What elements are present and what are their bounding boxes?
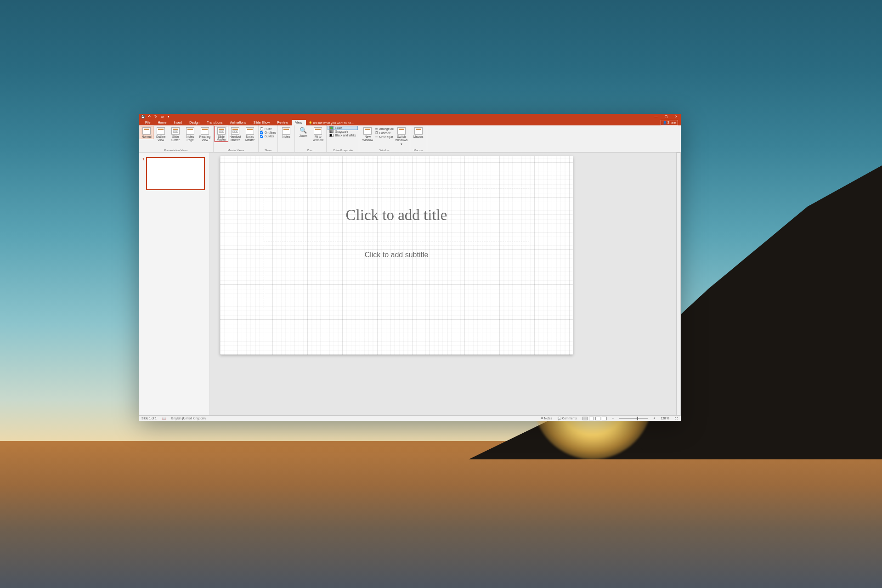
group-label: Window	[361, 148, 408, 152]
move-split-button[interactable]: ⇔Move Split	[375, 135, 393, 139]
save-icon[interactable]: 💾	[141, 115, 145, 119]
close-button[interactable]: ✕	[674, 115, 678, 119]
tab-slideshow[interactable]: Slide Show	[250, 120, 274, 125]
group-master-views: Slide Master Handout Master Notes Master…	[214, 125, 259, 152]
group-zoom: 🔍Zoom Fit to Window Zoom	[295, 125, 327, 152]
view-slideshow-icon[interactable]	[602, 417, 607, 420]
notes-master-button[interactable]: Notes Master	[243, 126, 257, 142]
vertical-scrollbar[interactable]	[676, 153, 681, 415]
group-label: Zoom	[296, 148, 325, 152]
slide-master-button[interactable]: Slide Master	[215, 126, 228, 142]
group-label: Show	[260, 148, 276, 152]
status-bar: Slide 1 of 1 📖 English (United Kingdom) …	[139, 415, 681, 421]
tab-review[interactable]: Review	[273, 120, 291, 125]
tab-view[interactable]: View	[292, 120, 306, 125]
cascade-button[interactable]: ❐Cascade	[375, 131, 393, 135]
title-bar: 💾 ↶ ↻ ▭ ▾ — ▢ ✕	[139, 114, 681, 119]
switch-windows-button[interactable]: Switch Windows ▾	[395, 126, 408, 146]
slide-count: Slide 1 of 1	[141, 417, 157, 420]
ribbon-tab-bar: File Home Insert Design Transitions Anim…	[139, 119, 681, 125]
arrange-all-button[interactable]: ⊞Arrange All	[375, 127, 393, 130]
content-area: 1 Click to add title Click to add subtit…	[139, 153, 681, 415]
view-reading-icon[interactable]	[595, 417, 600, 420]
share-button[interactable]: 👤 Share	[661, 120, 678, 125]
minimize-button[interactable]: —	[654, 115, 658, 119]
group-show: Ruler Gridlines Guides Show	[259, 125, 278, 152]
slide-canvas[interactable]: Click to add title Click to add subtitle	[220, 156, 573, 355]
group-window: New Window ⊞Arrange All ❐Cascade ⇔Move S…	[359, 125, 410, 152]
fit-to-window-button[interactable]: Fit to Window	[311, 126, 325, 142]
group-label: Macros	[412, 148, 425, 152]
comments-toggle[interactable]: 💬 Comments	[558, 417, 577, 420]
grayscale-mode-button[interactable]: Grayscale	[328, 130, 357, 133]
reading-view-button[interactable]: Reading View	[198, 126, 212, 142]
group-notes: Notes	[278, 125, 295, 152]
zoom-slider[interactable]	[619, 418, 648, 419]
undo-icon[interactable]: ↶	[147, 115, 151, 119]
notes-toggle[interactable]: ≐ Notes	[541, 417, 552, 420]
zoom-in-button[interactable]: +	[653, 417, 655, 420]
gridlines-checkbox[interactable]: Gridlines	[260, 131, 276, 134]
tab-animations[interactable]: Animations	[226, 120, 250, 125]
group-label: Presentation Views	[140, 148, 212, 152]
app-window: 💾 ↶ ↻ ▭ ▾ — ▢ ✕ File Home Insert Design …	[139, 114, 681, 421]
view-mode-buttons	[582, 417, 607, 420]
bw-mode-button[interactable]: Black and White	[328, 134, 357, 137]
maximize-button[interactable]: ▢	[664, 115, 668, 119]
language-indicator[interactable]: English (United Kingdom)	[171, 417, 206, 420]
zoom-out-button[interactable]: −	[612, 417, 614, 420]
tab-design[interactable]: Design	[186, 120, 203, 125]
handout-master-button[interactable]: Handout Master	[228, 126, 242, 142]
group-color-grayscale: Color Grayscale Black and White Color/Gr…	[327, 125, 359, 152]
start-slideshow-icon[interactable]: ▭	[160, 115, 164, 119]
new-window-button[interactable]: New Window	[361, 126, 374, 142]
ruler-checkbox[interactable]: Ruler	[260, 127, 276, 130]
spellcheck-icon[interactable]: 📖	[162, 417, 166, 420]
group-label: Color/Grayscale	[328, 148, 357, 152]
title-placeholder[interactable]: Click to add title	[264, 188, 529, 242]
slide-thumbnail-panel: 1	[139, 153, 210, 415]
redo-icon[interactable]: ↻	[154, 115, 158, 119]
qat-more-icon[interactable]: ▾	[167, 115, 170, 119]
thumbnail-number: 1	[142, 157, 144, 161]
notes-button[interactable]: Notes	[279, 126, 293, 139]
view-sorter-icon[interactable]	[589, 417, 594, 420]
view-normal-icon[interactable]	[582, 417, 588, 420]
guides-checkbox[interactable]: Guides	[260, 135, 276, 138]
ribbon: Normal Outline View Slide Sorter Notes P…	[139, 125, 681, 153]
slide-thumbnail-1[interactable]	[146, 157, 205, 190]
normal-view-button[interactable]: Normal	[140, 126, 153, 139]
macros-button[interactable]: Macros	[412, 126, 425, 139]
notes-page-button[interactable]: Notes Page	[183, 126, 197, 142]
zoom-level[interactable]: 120 %	[661, 417, 669, 420]
color-mode-button[interactable]: Color	[328, 126, 358, 130]
outline-view-button[interactable]: Outline View	[154, 126, 168, 142]
group-macros: Macros Macros	[410, 125, 427, 152]
fit-to-window-icon[interactable]: ⛶	[675, 417, 678, 420]
slide-editor[interactable]: Click to add title Click to add subtitle	[210, 153, 681, 415]
tab-home[interactable]: Home	[154, 120, 170, 125]
subtitle-placeholder[interactable]: Click to add subtitle	[264, 245, 529, 308]
tab-insert[interactable]: Insert	[170, 120, 186, 125]
slide-sorter-button[interactable]: Slide Sorter	[169, 126, 182, 142]
group-presentation-views: Normal Outline View Slide Sorter Notes P…	[139, 125, 214, 152]
group-label: Master Views	[215, 148, 257, 152]
tab-file[interactable]: File	[141, 120, 154, 125]
tab-transitions[interactable]: Transitions	[203, 120, 226, 125]
tell-me-search[interactable]: Tell me what you want to do...	[306, 120, 356, 125]
zoom-button[interactable]: 🔍Zoom	[296, 126, 310, 138]
